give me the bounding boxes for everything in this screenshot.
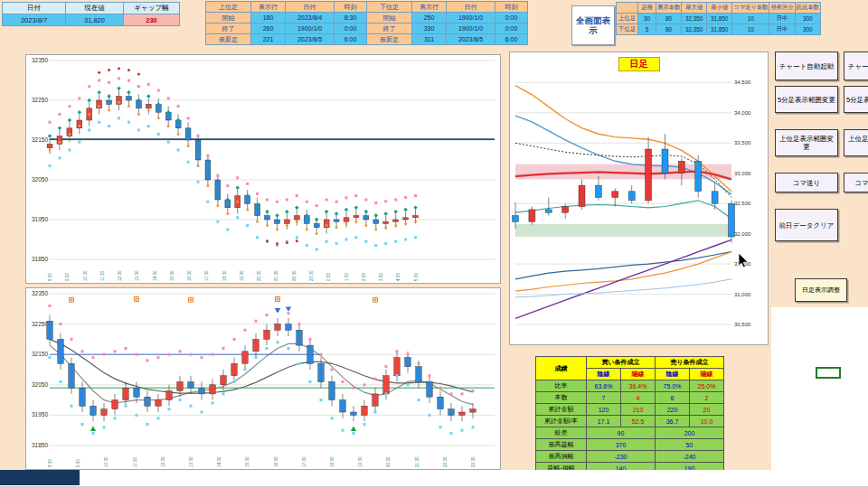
table-cell[interactable]: 300: [795, 24, 820, 35]
table-cell[interactable]: 上位足: [617, 14, 638, 24]
upper-range-change-button-2[interactable]: 上位足表示範囲変更: [844, 129, 868, 156]
header-cell: 日付: [286, 2, 335, 13]
table-cell[interactable]: 230: [124, 14, 180, 26]
results-value[interactable]: 36.4%: [621, 380, 656, 392]
table-cell[interactable]: 311: [412, 34, 447, 45]
chart-autostart-button[interactable]: チャート自動起動: [775, 52, 838, 80]
svg-text:21:30: 21:30: [415, 456, 420, 467]
upper-range-change-button[interactable]: 上位足表示範囲変更: [775, 129, 838, 156]
results-value[interactable]: 17.1: [587, 416, 621, 427]
results-value[interactable]: -230: [587, 451, 656, 463]
table-cell[interactable]: 6:00: [495, 34, 528, 45]
table-cell[interactable]: 2023/8/5: [286, 34, 335, 45]
svg-text:18:30: 18:30: [222, 270, 227, 281]
table-cell[interactable]: 0:00: [495, 13, 528, 23]
results-value[interactable]: 20: [690, 404, 724, 416]
results-value[interactable]: 220: [656, 404, 690, 416]
m5-range-change-button[interactable]: 5分足表示範囲変更: [775, 86, 838, 113]
table-cell[interactable]: 2023/8/7: [3, 14, 66, 26]
table-cell[interactable]: 5: [638, 24, 656, 35]
table-cell[interactable]: 1900/1/0: [447, 23, 495, 34]
header-cell: コマ送り本数: [732, 3, 769, 14]
frame-advance-button[interactable]: コマ送り: [775, 173, 838, 192]
table-cell[interactable]: 終了: [367, 23, 412, 34]
sheet-tab-area[interactable]: [0, 470, 80, 485]
table-cell[interactable]: 2023/8/5: [447, 34, 495, 45]
table-cell[interactable]: 30: [638, 14, 656, 24]
frame-advance-stop-button[interactable]: コマ送り中止: [844, 173, 868, 192]
svg-text:32,000: 32,000: [734, 231, 751, 237]
results-value[interactable]: 50: [656, 439, 724, 451]
table-cell[interactable]: 終了: [206, 23, 251, 34]
results-value[interactable]: 7: [587, 392, 621, 404]
results-value[interactable]: 63.6%: [587, 380, 621, 392]
results-value[interactable]: 25.0%: [690, 380, 724, 392]
svg-text:23:30: 23:30: [471, 456, 476, 467]
svg-text:8:30: 8:30: [48, 273, 52, 281]
table-cell[interactable]: 31,850: [707, 24, 732, 35]
results-value[interactable]: 52.5: [621, 416, 656, 427]
table-cell[interactable]: 0:00: [335, 23, 367, 34]
table-cell[interactable]: 0:00: [495, 23, 528, 34]
table-cell[interactable]: 31,820: [66, 14, 124, 26]
svg-text:22:30: 22:30: [443, 456, 448, 467]
table-cell[interactable]: 260: [251, 23, 286, 34]
svg-text:12:30: 12:30: [161, 456, 165, 467]
table-cell[interactable]: 250: [412, 13, 447, 23]
chart-autostop-button[interactable]: チャート自動停止: [844, 52, 868, 80]
fullscreen-button[interactable]: 全画面表示: [571, 5, 615, 45]
svg-text:11:30: 11:30: [133, 456, 137, 467]
trading-app: 日付現在値ギャップ幅2023/8/731,820230 上位足表示行日付時刻下位…: [0, 0, 868, 488]
results-value[interactable]: 200: [656, 427, 724, 439]
table-cell[interactable]: 32,350: [682, 14, 707, 24]
table-cell[interactable]: 10: [732, 24, 769, 35]
table-cell[interactable]: 下位足: [617, 24, 638, 35]
table-cell[interactable]: 1900/1/0: [447, 13, 495, 23]
header-cell: 表示行: [412, 2, 447, 13]
clear-prevday-data-button[interactable]: 前日データクリア: [775, 209, 838, 241]
table-cell[interactable]: 最新足: [206, 34, 251, 45]
results-value[interactable]: 2: [690, 392, 724, 404]
results-value[interactable]: 370: [587, 439, 656, 451]
table-cell[interactable]: 330: [412, 23, 447, 34]
table-cell[interactable]: 300: [795, 14, 820, 24]
results-value[interactable]: 6: [656, 392, 690, 404]
table-cell[interactable]: 8:30: [335, 13, 367, 23]
table-cell[interactable]: 180: [251, 13, 286, 23]
table-cell[interactable]: 32,350: [682, 24, 707, 35]
table-cell[interactable]: 31,850: [707, 14, 732, 24]
table-cell[interactable]: 2023/8/4: [286, 13, 335, 23]
table-cell[interactable]: 1900/1/0: [286, 23, 335, 34]
results-value[interactable]: 10.0: [690, 416, 724, 427]
table-cell[interactable]: 開始: [206, 13, 251, 23]
table-cell[interactable]: 6:00: [335, 34, 367, 45]
m5-range-change-button-2[interactable]: 5分足表示範囲変更: [844, 86, 868, 113]
table-cell[interactable]: 80: [656, 14, 682, 24]
svg-text:32250: 32250: [32, 97, 48, 103]
table-cell[interactable]: 日中: [769, 14, 795, 24]
table-cell[interactable]: 221: [251, 34, 286, 45]
daily-display-adjust-button[interactable]: 日足表示調整: [795, 278, 847, 302]
svg-text:31950: 31950: [32, 216, 48, 222]
header-cell: 最小値: [707, 3, 732, 14]
results-row-label: 最高益幅: [536, 439, 587, 451]
svg-text:20:30: 20:30: [257, 270, 261, 281]
svg-text:32150: 32150: [32, 136, 48, 143]
results-value[interactable]: -240: [656, 451, 724, 463]
results-value[interactable]: 4: [621, 392, 656, 404]
selected-cell[interactable]: [816, 367, 841, 379]
table-cell[interactable]: 80: [656, 24, 682, 35]
results-value[interactable]: 75.0%: [656, 380, 690, 392]
svg-text:32050: 32050: [32, 176, 48, 183]
table-cell[interactable]: 開始: [367, 13, 412, 23]
table-cell[interactable]: 10: [732, 14, 769, 24]
svg-text:2:30: 2:30: [362, 273, 366, 281]
svg-text:17:30: 17:30: [302, 456, 307, 467]
results-value[interactable]: 120: [587, 404, 621, 416]
table-cell[interactable]: 最新足: [367, 34, 412, 45]
results-value[interactable]: 210: [621, 404, 656, 416]
results-value[interactable]: 90: [587, 427, 656, 439]
results-value[interactable]: 36.7: [656, 416, 690, 427]
results-row-label: 較差: [536, 427, 587, 439]
table-cell[interactable]: 日中: [769, 24, 795, 35]
